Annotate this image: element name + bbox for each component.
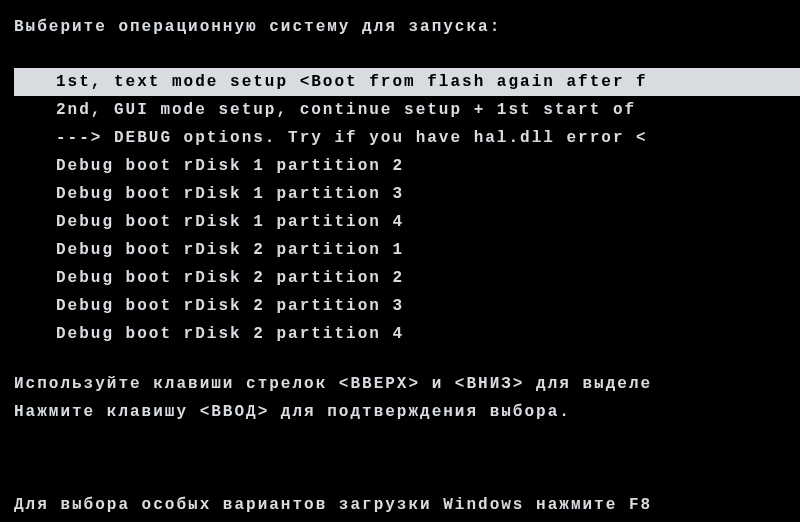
- instruction-enter: Нажмите клавишу <ВВОД> для подтверждения…: [14, 398, 786, 426]
- boot-screen: Выберите операционную систему для запуск…: [0, 0, 800, 426]
- boot-menu[interactable]: 1st, text mode setup <Boot from flash ag…: [56, 68, 786, 348]
- boot-option-6[interactable]: Debug boot rDisk 1 partition 4: [56, 208, 786, 236]
- boot-option-1[interactable]: 1st, text mode setup <Boot from flash ag…: [14, 68, 800, 96]
- boot-option-4[interactable]: Debug boot rDisk 1 partition 2: [56, 152, 786, 180]
- boot-option-3[interactable]: ---> DEBUG options. Try if you have hal.…: [56, 124, 786, 152]
- boot-option-8[interactable]: Debug boot rDisk 2 partition 2: [56, 264, 786, 292]
- boot-option-7[interactable]: Debug boot rDisk 2 partition 1: [56, 236, 786, 264]
- instructions: Используйте клавиши стрелок <ВВЕРХ> и <В…: [14, 370, 786, 426]
- boot-option-9[interactable]: Debug boot rDisk 2 partition 3: [56, 292, 786, 320]
- boot-option-2[interactable]: 2nd, GUI mode setup, continue setup + 1s…: [56, 96, 786, 124]
- boot-option-10[interactable]: Debug boot rDisk 2 partition 4: [56, 320, 786, 348]
- instruction-arrows: Используйте клавиши стрелок <ВВЕРХ> и <В…: [14, 370, 786, 398]
- boot-option-5[interactable]: Debug boot rDisk 1 partition 3: [56, 180, 786, 208]
- footer-hint: Для выбора особых вариантов загрузки Win…: [14, 496, 800, 514]
- page-title: Выберите операционную систему для запуск…: [14, 18, 786, 36]
